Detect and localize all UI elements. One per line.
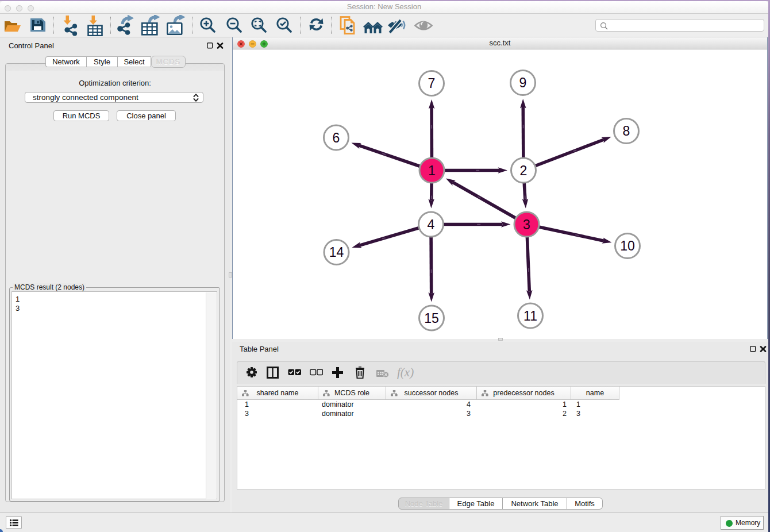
- svg-text:2: 2: [520, 163, 528, 178]
- svg-text:4: 4: [428, 217, 435, 232]
- svg-text:1: 1: [428, 163, 436, 178]
- svg-text:7: 7: [428, 76, 436, 91]
- svg-text:3: 3: [523, 217, 530, 232]
- svg-text:8: 8: [623, 124, 630, 138]
- svg-text:6: 6: [333, 130, 340, 145]
- svg-text:10: 10: [620, 238, 635, 253]
- svg-text:11: 11: [523, 309, 537, 323]
- svg-text:9: 9: [519, 75, 527, 90]
- svg-text:15: 15: [424, 311, 439, 326]
- svg-text:14: 14: [329, 245, 344, 260]
